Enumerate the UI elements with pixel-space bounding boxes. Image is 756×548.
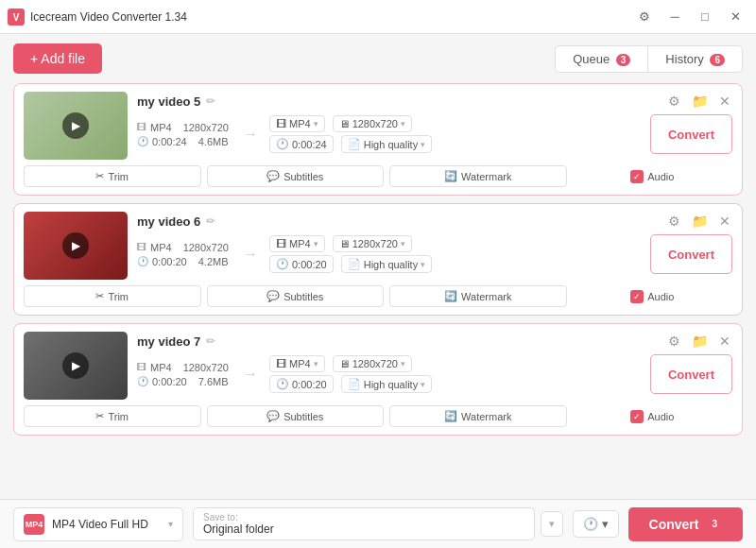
convert-button-3[interactable]: Convert <box>650 354 732 394</box>
play-button-2[interactable]: ▶ <box>62 232 89 259</box>
trim-button-2[interactable]: ✂ Trim <box>24 285 201 307</box>
format-selector[interactable]: MP4 MP4 Video Full HD ▾ <box>13 507 183 541</box>
subtitles-button-1[interactable]: 💬 Subtitles <box>207 165 385 187</box>
out-res-label-1: 1280x720 <box>352 118 398 129</box>
watermark-button-3[interactable]: 🔄 Watermark <box>389 405 567 427</box>
audio-toggle-1[interactable]: ✓ Audio <box>573 165 733 187</box>
audio-checkbox-1: ✓ <box>630 170 644 183</box>
trim-label-1: Trim <box>108 171 129 182</box>
output-quality-dropdown-2[interactable]: 📄 High quality ▾ <box>341 255 432 273</box>
clock-icon: 🕐 <box>583 517 598 531</box>
trim-icon-2: ✂ <box>95 290 104 302</box>
play-button-1[interactable]: ▶ <box>62 112 89 139</box>
titlebar: V Icecream Video Converter 1.34 ⚙ ─ □ ✕ <box>0 0 756 34</box>
out-format-label-1: MP4 <box>289 118 311 129</box>
watermark-icon-1: 🔄 <box>444 170 457 182</box>
card-close-button-3[interactable]: ✕ <box>717 332 732 351</box>
output-settings-1: 🎞 MP4 ▾ 🖥 1280x720 ▾ <box>269 115 641 153</box>
file-info-3: 🎞 MP4 1280x720 🕐 0:00:20 7.6MB <box>137 362 232 387</box>
subtitles-icon-3: 💬 <box>266 410 280 422</box>
trim-button-3[interactable]: ✂ Trim <box>24 405 201 427</box>
card-body-3: 🎞 MP4 1280x720 🕐 0:00:20 7.6MB → <box>137 354 732 394</box>
input-size-2: 4.2MB <box>198 256 229 267</box>
watermark-button-1[interactable]: 🔄 Watermark <box>389 165 567 187</box>
out-qual-caret-3: ▾ <box>421 380 425 389</box>
output-row2-3: 🕐 0:00:20 📄 High quality ▾ <box>269 375 641 393</box>
save-to-value: Original folder <box>203 522 524 536</box>
card-body-2: 🎞 MP4 1280x720 🕐 0:00:20 4.2MB → <box>137 234 732 274</box>
close-button[interactable]: ✕ <box>722 6 748 28</box>
output-resolution-dropdown-3[interactable]: 🖥 1280x720 ▾ <box>333 355 412 372</box>
arrow-icon-3: → <box>232 366 269 383</box>
save-to-caret-button[interactable]: ▾ <box>541 511 563 537</box>
output-resolution-dropdown-2[interactable]: 🖥 1280x720 ▾ <box>333 235 412 252</box>
convert-button-2[interactable]: Convert <box>650 234 732 274</box>
audio-label-2: Audio <box>647 291 674 302</box>
edit-icon-3[interactable]: ✏ <box>206 334 215 348</box>
minimize-button[interactable]: ─ <box>662 6 688 28</box>
edit-icon-1[interactable]: ✏ <box>206 94 215 108</box>
audio-label-1: Audio <box>647 171 674 182</box>
watermark-button-2[interactable]: 🔄 Watermark <box>389 285 567 307</box>
settings-button[interactable]: ⚙ <box>631 6 658 28</box>
history-button[interactable]: History 6 <box>648 46 742 72</box>
out-res-caret-3: ▾ <box>401 359 405 368</box>
card-top-1: ▶ my video 5 ✏ ⚙ 📁 ✕ 🎞 MP4 <box>24 92 732 160</box>
audio-toggle-3[interactable]: ✓ Audio <box>573 405 733 427</box>
subtitles-button-3[interactable]: 💬 Subtitles <box>207 405 385 427</box>
out-res-icon-2: 🖥 <box>339 238 350 249</box>
history-label: History <box>665 52 703 66</box>
output-row1-2: 🎞 MP4 ▾ 🖥 1280x720 ▾ <box>269 235 641 252</box>
card-settings-button-3[interactable]: ⚙ <box>666 332 682 351</box>
add-file-button[interactable]: + Add file <box>13 43 102 74</box>
watermark-label-1: Watermark <box>461 171 511 182</box>
edit-icon-2[interactable]: ✏ <box>206 214 215 228</box>
trim-label-3: Trim <box>108 411 129 422</box>
out-qual-caret-2: ▾ <box>421 260 425 269</box>
queue-button[interactable]: Queue 3 <box>556 46 648 72</box>
trim-button-1[interactable]: ✂ Trim <box>24 165 201 187</box>
card-close-button-1[interactable]: ✕ <box>717 92 732 111</box>
out-qual-label-2: High quality <box>364 259 418 270</box>
out-dur-icon-2: 🕐 <box>276 258 289 270</box>
play-button-3[interactable]: ▶ <box>62 352 89 379</box>
out-qual-caret-1: ▾ <box>421 140 425 149</box>
audio-toggle-2[interactable]: ✓ Audio <box>573 285 733 307</box>
output-format-dropdown-2[interactable]: 🎞 MP4 ▾ <box>269 235 325 252</box>
input-format-1: MP4 <box>150 122 172 133</box>
file-list: ▶ my video 5 ✏ ⚙ 📁 ✕ 🎞 MP4 <box>13 83 743 499</box>
output-quality-dropdown-1[interactable]: 📄 High quality ▾ <box>341 135 432 153</box>
card-folder-button-1[interactable]: 📁 <box>690 92 710 111</box>
clock-icon-3: 🕐 <box>137 376 148 386</box>
out-format-label-2: MP4 <box>289 238 311 249</box>
film-icon-2: 🎞 <box>137 242 146 252</box>
subtitles-label-2: Subtitles <box>284 291 323 302</box>
output-format-dropdown-1[interactable]: 🎞 MP4 ▾ <box>269 115 325 132</box>
output-resolution-dropdown-1[interactable]: 🖥 1280x720 ▾ <box>333 115 412 132</box>
input-format-row-1: 🎞 MP4 1280x720 <box>137 122 232 133</box>
output-format-dropdown-3[interactable]: 🎞 MP4 ▾ <box>269 355 325 372</box>
input-duration-row-3: 🕐 0:00:20 7.6MB <box>137 376 232 387</box>
card-header-2: my video 6 ✏ ⚙ 📁 ✕ <box>137 212 732 231</box>
topbar: + Add file Queue 3 History 6 <box>13 43 743 74</box>
maximize-button[interactable]: □ <box>692 6 718 28</box>
subtitles-button-2[interactable]: 💬 Subtitles <box>207 285 385 307</box>
convert-button-1[interactable]: Convert <box>650 114 732 154</box>
card-actions-3: ✂ Trim 💬 Subtitles 🔄 Watermark ✓ Audio <box>24 405 732 427</box>
save-to-selector[interactable]: Save to: Original folder <box>193 507 535 540</box>
convert-all-button[interactable]: Convert 3 <box>628 507 743 541</box>
app-title: Icecream Video Converter 1.34 <box>30 10 631 24</box>
window-controls: ⚙ ─ □ ✕ <box>631 6 748 28</box>
card-folder-button-2[interactable]: 📁 <box>690 212 710 231</box>
file-card-2: ▶ my video 6 ✏ ⚙ 📁 ✕ 🎞 MP4 <box>13 203 743 316</box>
schedule-button[interactable]: 🕐 ▾ <box>573 510 619 538</box>
card-settings-button-2[interactable]: ⚙ <box>666 212 682 231</box>
out-dur-icon-1: 🕐 <box>276 138 289 150</box>
card-folder-button-3[interactable]: 📁 <box>690 332 710 351</box>
save-to-wrapper: Save to: Original folder ▾ <box>193 507 563 540</box>
card-close-button-2[interactable]: ✕ <box>717 212 732 231</box>
trim-label-2: Trim <box>108 291 129 302</box>
card-settings-button-1[interactable]: ⚙ <box>666 92 682 111</box>
film-icon-3: 🎞 <box>137 362 146 372</box>
output-quality-dropdown-3[interactable]: 📄 High quality ▾ <box>341 375 432 393</box>
